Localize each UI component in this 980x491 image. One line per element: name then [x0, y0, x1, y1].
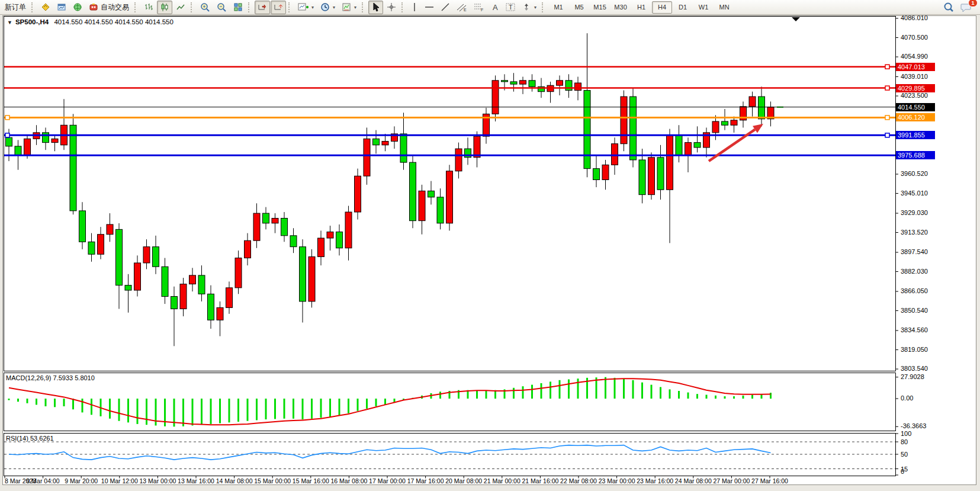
- crosshair-icon[interactable]: [384, 1, 399, 14]
- candle-body: [667, 135, 673, 190]
- candle-body: [455, 149, 462, 171]
- templates-icon[interactable]: ▾: [339, 1, 359, 14]
- hline-handle[interactable]: [5, 133, 9, 137]
- candle-body: [428, 191, 435, 197]
- candle-body: [630, 97, 637, 160]
- horizontal-line-icon[interactable]: [422, 1, 437, 14]
- toolbar-grip: [134, 2, 138, 12]
- navigator-icon[interactable]: [70, 1, 85, 14]
- candle-body: [364, 139, 370, 176]
- chevron-down-icon: ▾: [333, 5, 335, 10]
- chart-canvas[interactable]: [0, 0, 980, 491]
- candle-body: [235, 258, 242, 288]
- candle-body: [410, 162, 416, 221]
- candle-body: [712, 121, 719, 133]
- chevron-down-icon: ▾: [534, 5, 536, 10]
- text-icon[interactable]: A: [488, 1, 502, 14]
- cursor-icon[interactable]: [368, 1, 383, 14]
- autotrading-button[interactable]: 自动交易: [86, 1, 132, 14]
- tab-timeframe-h4[interactable]: H4: [652, 1, 672, 14]
- tab-timeframe-m5[interactable]: M5: [569, 1, 589, 14]
- candle-body: [694, 143, 701, 147]
- tab-timeframe-mn[interactable]: MN: [714, 1, 734, 14]
- candle-body: [722, 121, 728, 125]
- candle-body: [355, 176, 361, 212]
- tab-timeframe-d1[interactable]: D1: [673, 1, 693, 14]
- candle-body: [520, 81, 526, 84]
- line-chart-icon[interactable]: [173, 1, 188, 14]
- chat-icon[interactable]: 1: [957, 1, 975, 14]
- new-order-label: 新订单: [5, 2, 26, 12]
- candle-body: [510, 82, 517, 84]
- svg-text:F: F: [481, 8, 483, 12]
- candle-body: [612, 144, 618, 165]
- candle-body: [6, 137, 12, 146]
- candle-body: [382, 142, 388, 145]
- vertical-line-icon[interactable]: [408, 1, 421, 14]
- toolbar-grip: [248, 2, 252, 12]
- candle-body: [134, 263, 141, 290]
- candle-body: [52, 139, 58, 142]
- candle-body: [143, 247, 150, 263]
- candle-body: [171, 297, 178, 309]
- text-label-icon[interactable]: T: [503, 1, 518, 14]
- fibonacci-icon[interactable]: F: [471, 1, 487, 14]
- candle-body: [125, 285, 131, 290]
- candle-body: [373, 139, 380, 145]
- candle-body: [290, 236, 297, 247]
- candle-body: [180, 284, 187, 309]
- toolbar-grip: [288, 2, 292, 12]
- arrows-tool-icon[interactable]: ▾: [519, 1, 539, 14]
- candle-body: [217, 307, 223, 320]
- candle-body: [759, 97, 765, 119]
- candle-body: [272, 218, 278, 223]
- indicators-icon[interactable]: ▾: [295, 1, 317, 14]
- periods-icon[interactable]: ▾: [317, 1, 338, 14]
- candle-body: [419, 191, 425, 220]
- tab-timeframe-m30[interactable]: M30: [611, 1, 631, 14]
- chart-shift-icon[interactable]: [271, 1, 286, 14]
- market-watch-icon[interactable]: [38, 1, 53, 14]
- toolbar-grip: [362, 2, 365, 12]
- tab-timeframe-m15[interactable]: M15: [590, 1, 610, 14]
- trendline-icon[interactable]: [438, 1, 453, 14]
- candle-body: [575, 83, 581, 91]
- candle-body: [639, 160, 645, 195]
- chevron-down-icon: ▾: [354, 5, 356, 10]
- tab-timeframe-h1[interactable]: H1: [631, 1, 651, 14]
- bar-chart-icon[interactable]: [141, 1, 156, 14]
- candle-body: [198, 275, 205, 294]
- candle-body: [345, 212, 352, 248]
- candle-body: [116, 229, 123, 285]
- candle-body: [602, 165, 609, 179]
- svg-text:E: E: [464, 8, 467, 12]
- candle-body: [208, 294, 214, 320]
- hline-handle[interactable]: [885, 133, 889, 137]
- candle-body: [245, 240, 251, 258]
- tile-windows-icon[interactable]: [230, 1, 246, 14]
- candle-body: [648, 158, 655, 195]
- candle-body: [565, 81, 572, 91]
- candlestick-icon[interactable]: [157, 1, 172, 14]
- equidistant-channel-icon[interactable]: E: [454, 1, 470, 14]
- hline-handle[interactable]: [885, 115, 889, 120]
- hline-handle[interactable]: [5, 115, 9, 120]
- tab-timeframe-w1[interactable]: W1: [693, 1, 714, 14]
- candle-body: [731, 120, 737, 125]
- zoom-in-icon[interactable]: [197, 1, 213, 14]
- candle-body: [474, 136, 480, 158]
- hline-handle[interactable]: [885, 86, 889, 90]
- data-window-icon[interactable]: [54, 1, 69, 14]
- svg-text:T: T: [509, 4, 513, 11]
- tab-timeframe-m1[interactable]: M1: [548, 1, 568, 14]
- hline-handle[interactable]: [885, 65, 889, 69]
- new-order-button[interactable]: 新订单: [2, 1, 29, 14]
- candle-body: [327, 232, 333, 238]
- zoom-out-icon[interactable]: [214, 1, 230, 14]
- candle-body: [336, 232, 343, 248]
- search-icon[interactable]: [940, 1, 957, 14]
- auto-scroll-icon[interactable]: [255, 1, 270, 14]
- autotrading-label: 自动交易: [101, 2, 129, 12]
- candle-body: [88, 242, 95, 254]
- toolbar: 新订单 自动交易 ▾ ▾: [0, 0, 980, 15]
